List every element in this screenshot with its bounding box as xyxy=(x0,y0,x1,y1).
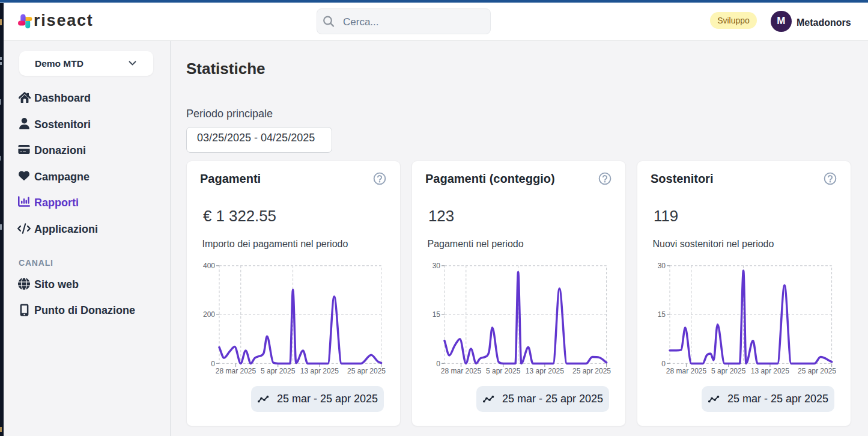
svg-text:28 mar 2025: 28 mar 2025 xyxy=(666,367,707,375)
svg-text:200: 200 xyxy=(203,310,215,319)
svg-text:0: 0 xyxy=(661,360,666,368)
svg-text:13 apr 2025: 13 apr 2025 xyxy=(526,367,564,375)
svg-text:13 apr 2025: 13 apr 2025 xyxy=(300,367,339,375)
svg-text:5 apr 2025: 5 apr 2025 xyxy=(261,367,296,375)
svg-text:28 mar 2025: 28 mar 2025 xyxy=(441,367,482,375)
svg-text:15: 15 xyxy=(658,310,666,319)
svg-text:25 apr 2025: 25 apr 2025 xyxy=(798,367,836,375)
svg-text:25 apr 2025: 25 apr 2025 xyxy=(347,367,386,375)
svg-text:25 apr 2025: 25 apr 2025 xyxy=(572,367,611,375)
svg-text:5 apr 2025: 5 apr 2025 xyxy=(486,367,521,375)
svg-text:15: 15 xyxy=(432,310,441,319)
svg-text:0: 0 xyxy=(211,360,215,368)
svg-text:400: 400 xyxy=(203,262,215,270)
svg-text:5 apr 2025: 5 apr 2025 xyxy=(711,367,746,375)
svg-text:0: 0 xyxy=(436,360,440,368)
svg-text:13 apr 2025: 13 apr 2025 xyxy=(751,367,789,375)
svg-text:30: 30 xyxy=(658,262,666,270)
svg-text:28 mar 2025: 28 mar 2025 xyxy=(216,367,256,375)
svg-text:30: 30 xyxy=(432,262,441,270)
